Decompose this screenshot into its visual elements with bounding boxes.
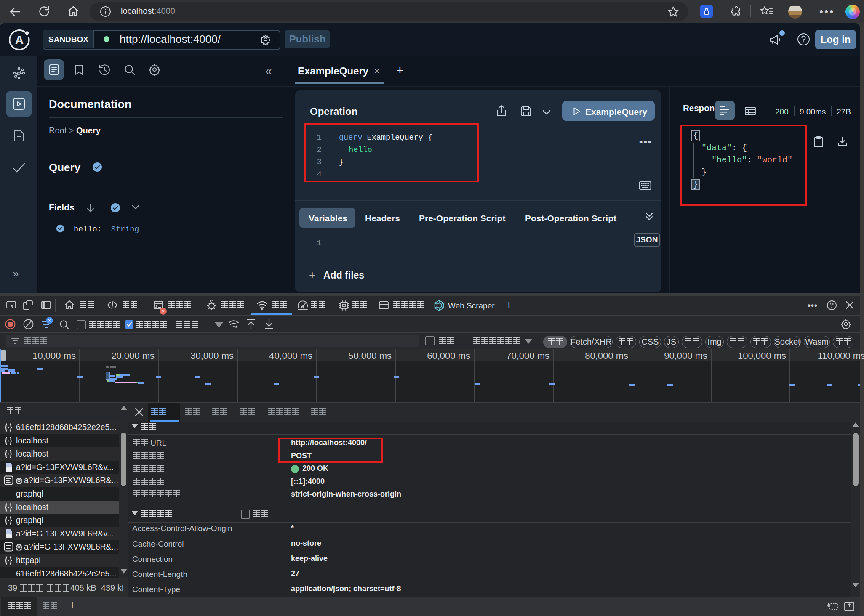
svg-text:A: A [15,33,24,47]
